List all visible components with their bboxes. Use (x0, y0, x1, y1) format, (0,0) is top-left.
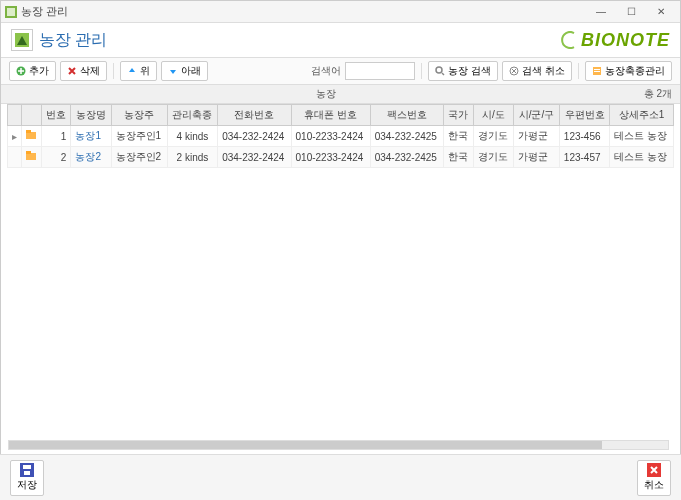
svg-rect-1 (7, 8, 15, 16)
svg-rect-7 (594, 69, 600, 70)
search-cancel-button[interactable]: 검색 취소 (502, 61, 572, 81)
cell-country: 한국 (444, 126, 474, 147)
col-owner[interactable]: 농장주 (111, 105, 167, 126)
folder-icon (26, 130, 36, 140)
svg-rect-14 (23, 465, 31, 469)
cell-name[interactable]: 농장2 (71, 147, 111, 168)
folder-icon (26, 151, 36, 161)
cancel-icon (509, 66, 519, 76)
cell-no: 1 (41, 126, 71, 147)
toolbar: 추가 삭제 위 아래 검색어 농장 검색 검색 취소 농장축종관리 (1, 57, 680, 85)
col-zip[interactable]: 우편번호 (559, 105, 609, 126)
cell-species: 4 kinds (167, 126, 217, 147)
plus-icon (16, 66, 26, 76)
save-button[interactable]: 저장 (10, 460, 44, 496)
col-prov[interactable]: 시/도 (473, 105, 513, 126)
row-icon-cell (22, 126, 42, 147)
svg-rect-15 (24, 471, 30, 475)
cell-name[interactable]: 농장1 (71, 126, 111, 147)
delete-button[interactable]: 삭제 (60, 61, 107, 81)
col-fax[interactable]: 팩스번호 (370, 105, 443, 126)
close-button[interactable]: ✕ (646, 3, 676, 21)
col-icon (22, 105, 42, 126)
svg-rect-10 (26, 130, 31, 133)
cell-fax: 034-232-2425 (370, 147, 443, 168)
farm-table: 번호 농장명 농장주 관리축종 전화번호 휴대폰 번호 팩스번호 국가 시/도 … (7, 104, 674, 168)
search-icon (435, 66, 445, 76)
table-header-row: 번호 농장명 농장주 관리축종 전화번호 휴대폰 번호 팩스번호 국가 시/도 … (8, 105, 674, 126)
species-mgmt-button[interactable]: 농장축종관리 (585, 61, 672, 81)
minimize-button[interactable]: — (586, 3, 616, 21)
maximize-button[interactable]: ☐ (616, 3, 646, 21)
add-button[interactable]: 추가 (9, 61, 56, 81)
save-label: 저장 (17, 478, 37, 492)
col-tel[interactable]: 전화번호 (218, 105, 291, 126)
cell-no: 2 (41, 147, 71, 168)
col-name[interactable]: 농장명 (71, 105, 111, 126)
farm-search-label: 농장 검색 (448, 64, 491, 78)
separator (113, 63, 114, 79)
svg-point-4 (436, 67, 442, 73)
cell-phone: 010-2233-2424 (291, 147, 370, 168)
section-title: 농장 (9, 87, 644, 101)
cell-zip: 123-457 (559, 147, 609, 168)
cell-addr: 테스트 농장 (610, 126, 674, 147)
delete-label: 삭제 (80, 64, 100, 78)
grid-wrap: 번호 농장명 농장주 관리축종 전화번호 휴대폰 번호 팩스번호 국가 시/도 … (1, 104, 680, 464)
search-input[interactable] (345, 62, 415, 80)
row-icon-cell (22, 147, 42, 168)
section-header: 농장 총 2개 (1, 85, 680, 104)
row-pointer: ▸ (8, 126, 22, 147)
cell-tel: 034-232-2424 (218, 147, 291, 168)
col-pointer (8, 105, 22, 126)
cell-zip: 123-456 (559, 126, 609, 147)
down-label: 아래 (181, 64, 201, 78)
species-icon (592, 66, 602, 76)
add-label: 추가 (29, 64, 49, 78)
species-mgmt-label: 농장축종관리 (605, 64, 665, 78)
col-city[interactable]: 시/군/구 (513, 105, 559, 126)
header: 농장 관리 BIONOTE (1, 23, 680, 57)
cancel-button[interactable]: 취소 (637, 460, 671, 496)
up-button[interactable]: 위 (120, 61, 157, 81)
horizontal-scrollbar[interactable] (8, 440, 669, 450)
footer: 저장 취소 (0, 454, 681, 500)
table-row[interactable]: 2농장2농장주인22 kinds034-232-2424010-2233-242… (8, 147, 674, 168)
separator (421, 63, 422, 79)
row-pointer (8, 147, 22, 168)
col-no[interactable]: 번호 (41, 105, 71, 126)
arrow-down-icon (168, 66, 178, 76)
farm-search-button[interactable]: 농장 검색 (428, 61, 498, 81)
save-icon (20, 463, 34, 477)
cell-owner: 농장주인2 (111, 147, 167, 168)
cancel-label: 취소 (644, 478, 664, 492)
down-button[interactable]: 아래 (161, 61, 208, 81)
brand-text: BIONOTE (581, 30, 670, 50)
svg-rect-8 (594, 71, 600, 72)
cell-country: 한국 (444, 147, 474, 168)
svg-rect-11 (26, 153, 36, 160)
cell-owner: 농장주인1 (111, 126, 167, 147)
table-row[interactable]: ▸1농장1농장주인14 kinds034-232-2424010-2233-24… (8, 126, 674, 147)
brand-logo: BIONOTE (561, 30, 670, 51)
col-addr[interactable]: 상세주소1 (610, 105, 674, 126)
app-icon (5, 6, 17, 18)
page-title: 농장 관리 (39, 30, 107, 51)
cell-species: 2 kinds (167, 147, 217, 168)
svg-rect-9 (26, 132, 36, 139)
cell-city: 가평군 (513, 126, 559, 147)
cell-prov: 경기도 (473, 126, 513, 147)
col-species[interactable]: 관리축종 (167, 105, 217, 126)
separator (578, 63, 579, 79)
cell-addr: 테스트 농장 (610, 147, 674, 168)
svg-rect-12 (26, 151, 31, 154)
col-phone[interactable]: 휴대폰 번호 (291, 105, 370, 126)
arrow-up-icon (127, 66, 137, 76)
titlebar: 농장 관리 — ☐ ✕ (1, 1, 680, 23)
up-label: 위 (140, 64, 150, 78)
cell-phone: 010-2233-2424 (291, 126, 370, 147)
cell-tel: 034-232-2424 (218, 126, 291, 147)
header-icon (11, 29, 33, 51)
col-country[interactable]: 국가 (444, 105, 474, 126)
window-title: 농장 관리 (21, 4, 586, 19)
